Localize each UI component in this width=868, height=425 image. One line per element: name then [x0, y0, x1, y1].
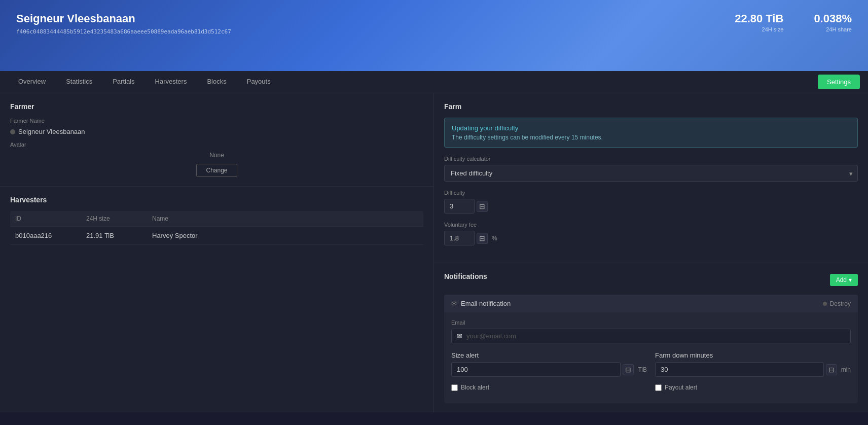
change-avatar-button[interactable]: Change	[196, 164, 237, 177]
email-field-label: Email	[451, 320, 851, 326]
difficulty-label: Difficulty	[444, 190, 858, 196]
block-alert-checkbox-group: Block alert	[451, 384, 647, 391]
row-name: Harvey Spector	[152, 232, 418, 239]
header-left: Seigneur Vleesbanaan f406c04883444485b59…	[16, 12, 231, 35]
difficulty-group: Difficulty ⊟	[444, 190, 858, 214]
notification-card-body: Email ✉ Size alert ⊟ TiB	[444, 312, 858, 403]
size-alert-stepper-button[interactable]: ⊟	[623, 364, 634, 375]
difficulty-calculator-group: Difficulty calculator Fixed difficulty ▾	[444, 156, 858, 182]
difficulty-calculator-select-wrapper: Fixed difficulty ▾	[444, 165, 858, 182]
add-label: Add	[836, 276, 847, 284]
voluntary-fee-stepper-button[interactable]: ⊟	[477, 233, 488, 244]
difficulty-input[interactable]	[444, 199, 475, 214]
email-input[interactable]	[466, 332, 845, 340]
farm-down-label: Farm down minutes	[655, 351, 851, 359]
stat-24h-share: 0.038% 24H share	[814, 12, 852, 32]
nav-statistics[interactable]: Statistics	[56, 72, 102, 92]
status-dot	[823, 302, 827, 306]
destroy-label: Destroy	[830, 300, 851, 307]
size-alert-group: Size alert ⊟ TiB	[451, 351, 647, 377]
banner-text: The difficulty settings can be modified …	[452, 134, 850, 141]
farm-title: Farm	[444, 102, 858, 111]
navigation: Overview Statistics Partials Harvesters …	[0, 71, 868, 93]
email-notification-label: Email notification	[461, 300, 511, 307]
difficulty-calculator-select[interactable]: Fixed difficulty	[444, 165, 858, 182]
farm-down-input[interactable]	[655, 362, 824, 377]
checkbox-alert-row: Block alert Payout alert	[451, 382, 851, 391]
settings-button[interactable]: Settings	[818, 75, 860, 89]
envelope-small-icon: ✉	[457, 332, 462, 340]
farm-down-group: Farm down minutes ⊟ min	[655, 351, 851, 377]
col-size: 24H size	[86, 215, 152, 222]
difficulty-banner: Updating your difficulty The difficulty …	[444, 118, 858, 148]
header-stats: 22.80 TiB 24H size 0.038% 24H share	[735, 12, 852, 32]
page-title: Seigneur Vleesbanaan	[16, 12, 231, 25]
farm-down-stepper-button[interactable]: ⊟	[826, 364, 837, 375]
voluntary-fee-input-group: ⊟ %	[444, 231, 858, 245]
farmer-name-value: Seigneur Vleesbanaan	[10, 128, 423, 135]
left-panel: Farmer Farmer Name Seigneur Vleesbanaan …	[0, 93, 434, 412]
nav-links: Overview Statistics Partials Harvesters …	[8, 72, 281, 92]
row-id: b010aaa216	[15, 232, 86, 239]
row-size: 21.91 TiB	[86, 232, 152, 239]
email-field-group: Email ✉	[451, 320, 851, 343]
col-name: Name	[152, 215, 418, 222]
size-alert-label: Size alert	[451, 351, 647, 359]
harvesters-section: Harvesters ID 24H size Name b010aaa216 2…	[0, 187, 433, 254]
farm-down-input-row: ⊟ min	[655, 362, 851, 377]
nav-payouts[interactable]: Payouts	[237, 72, 281, 92]
add-notification-button[interactable]: Add ▾	[830, 274, 858, 286]
table-row: b010aaa216 21.91 TiB Harvey Spector	[10, 227, 423, 245]
block-alert-label[interactable]: Block alert	[461, 384, 489, 391]
notifications-header: Notifications Add ▾	[444, 272, 858, 288]
payout-alert-checkbox-group: Payout alert	[655, 384, 851, 391]
right-panel: Farm Updating your difficulty The diffic…	[434, 93, 868, 412]
col-id: ID	[15, 215, 86, 222]
main-content: Farmer Farmer Name Seigneur Vleesbanaan …	[0, 93, 868, 412]
size-alert-unit: TiB	[638, 366, 647, 373]
envelope-icon: ✉	[451, 300, 457, 307]
stat-24h-size: 22.80 TiB 24H size	[735, 12, 783, 32]
voluntary-fee-unit: %	[492, 235, 497, 242]
notification-card-header: ✉ Email notification Destroy	[444, 295, 858, 312]
banner-title: Updating your difficulty	[452, 124, 850, 132]
chevron-down-icon: ▾	[849, 276, 852, 284]
nav-overview[interactable]: Overview	[8, 72, 56, 92]
farm-down-unit: min	[841, 366, 851, 373]
email-input-wrapper: ✉	[451, 329, 851, 343]
payout-alert-label[interactable]: Payout alert	[665, 384, 697, 391]
size-alert-input[interactable]	[451, 362, 621, 377]
difficulty-calculator-label: Difficulty calculator	[444, 156, 858, 162]
voluntary-fee-group: Voluntary fee ⊟ %	[444, 222, 858, 245]
difficulty-input-group: ⊟	[444, 199, 858, 214]
farmer-name-label: Farmer Name	[10, 118, 423, 124]
size-alert-input-row: ⊟ TiB	[451, 362, 647, 377]
block-alert-checkbox[interactable]	[451, 384, 458, 391]
farmer-section: Farmer Farmer Name Seigneur Vleesbanaan …	[0, 93, 433, 187]
notification-card-title: ✉ Email notification	[451, 300, 511, 307]
farm-section: Farm Updating your difficulty The diffic…	[434, 93, 868, 263]
avatar-section: Avatar None Change	[10, 141, 423, 177]
avatar-none-text: None	[10, 152, 423, 159]
nav-blocks[interactable]: Blocks	[197, 72, 236, 92]
header-hash: f406c04883444485b5912e43235483a686aaeee5…	[16, 28, 231, 35]
nav-harvesters[interactable]: Harvesters	[145, 72, 197, 92]
notifications-title: Notifications	[444, 272, 487, 280]
harvesters-title: Harvesters	[10, 196, 423, 204]
notifications-section: Notifications Add ▾ ✉ Email notification…	[434, 263, 868, 412]
destroy-button[interactable]: Destroy	[823, 300, 851, 307]
header: Seigneur Vleesbanaan f406c04883444485b59…	[0, 0, 868, 71]
nav-partials[interactable]: Partials	[102, 72, 144, 92]
notification-card-email: ✉ Email notification Destroy Email ✉	[444, 295, 858, 403]
difficulty-stepper-button[interactable]: ⊟	[477, 201, 488, 212]
voluntary-fee-input[interactable]	[444, 231, 475, 245]
voluntary-fee-label: Voluntary fee	[444, 222, 858, 228]
alert-row: Size alert ⊟ TiB Farm down minutes	[451, 351, 851, 377]
table-header: ID 24H size Name	[10, 211, 423, 227]
payout-alert-checkbox[interactable]	[655, 384, 662, 391]
farmer-title: Farmer	[10, 102, 423, 111]
avatar-label: Avatar	[10, 141, 423, 148]
